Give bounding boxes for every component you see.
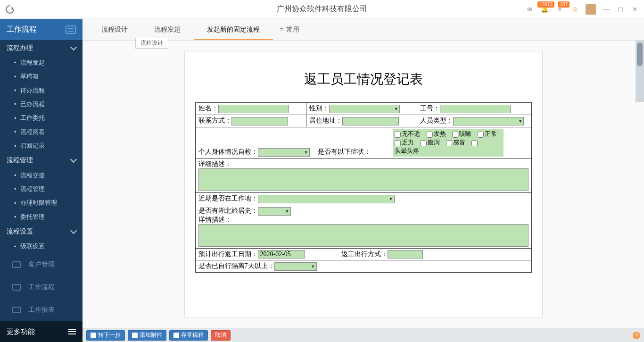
help-icon[interactable]: ? <box>633 332 640 339</box>
tab-new-fixed[interactable]: 发起新的固定流程 <box>194 19 273 40</box>
sidebar-more[interactable]: 更多功能 <box>0 321 83 342</box>
sidebar-item-cascade[interactable]: 级联设置 <box>0 240 83 253</box>
form-paper: 返工员工情况登记表 姓名： 性別： 工号： 联系方式： 居住地址： 人员类型： <box>184 51 543 317</box>
sidebar-item-done[interactable]: 已办流程 <box>0 97 83 111</box>
sidebar-big-customer[interactable]: 客户管理 <box>0 253 83 276</box>
form-table: 姓名： 性別： 工号： 联系方式： 居住地址： 人员类型： 个人身 <box>195 102 532 273</box>
flow-icon <box>12 284 21 291</box>
sidebar-item-start[interactable]: 流程发起 <box>0 56 83 69</box>
sidebar-group-settings[interactable]: 流程设置 <box>0 224 83 239</box>
avatar[interactable] <box>586 4 596 15</box>
app-title: 广州协众软件科技有限公司 <box>277 4 367 14</box>
attach-button[interactable]: 添加附件 <box>128 330 166 341</box>
chk-cough[interactable]: 咳嗽 <box>452 130 471 137</box>
tab-design[interactable]: 流程设计 <box>88 19 141 40</box>
mail-icon[interactable]: ✉ <box>525 5 534 14</box>
list-badge: 187 <box>558 1 570 8</box>
draft-button[interactable]: 存草稿箱 <box>169 330 208 341</box>
address-field[interactable] <box>342 117 399 125</box>
sidebar-item-recall[interactable]: 召回记录 <box>0 139 83 152</box>
bell-icon[interactable]: 🔔12073 <box>540 5 549 14</box>
chk-dizzy-box[interactable] <box>471 140 478 146</box>
sidebar-header[interactable]: 工作流程 <box>0 19 83 40</box>
chevron-down-icon <box>70 44 77 50</box>
attach-icon <box>132 333 138 338</box>
form-scroll: 返工员工情况登记表 姓名： 性別： 工号： 联系方式： 居住地址： 人员类型： <box>83 41 644 328</box>
sidebar-item-draft[interactable]: 草稿箱 <box>0 70 83 83</box>
sidebar-item-limit[interactable]: 办理时限管理 <box>0 196 83 210</box>
sidebar-big-report[interactable]: 工作报表 <box>0 299 83 321</box>
sidebar: 工作流程 流程办理 流程发起 草稿箱 待办流程 已办流程 工作委托 流程阅看 召… <box>0 19 83 342</box>
return-way-field[interactable] <box>388 250 423 259</box>
close-icon[interactable]: ✕ <box>631 6 638 13</box>
chk-fever[interactable]: 发热 <box>427 130 446 137</box>
title-bar: 广州协众软件科技有限公司 ✉ 🔔12073 ≡187 ◎ — ▢ ✕ <box>0 0 644 19</box>
sidebar-group-process[interactable]: 流程办理 <box>0 40 83 56</box>
quarantine-select[interactable] <box>274 262 317 271</box>
name-field[interactable] <box>218 105 289 113</box>
maximize-icon[interactable]: ▢ <box>617 6 624 13</box>
recent-loc-select[interactable] <box>258 195 395 203</box>
ptype-select[interactable] <box>453 117 524 125</box>
cancel-button[interactable]: 取消 <box>211 330 231 341</box>
user-icon <box>12 261 21 268</box>
bell-badge: 12073 <box>537 1 554 8</box>
draft-icon <box>173 333 179 338</box>
chk-fatigue[interactable]: 乏力 <box>395 139 414 146</box>
form-title: 返工员工情况登记表 <box>195 70 532 88</box>
next-icon <box>91 333 96 338</box>
list-icon[interactable]: ≡187 <box>555 5 564 14</box>
chk-normal[interactable]: 正常 <box>478 130 497 137</box>
content-area: 流程设计 流程发起 发起新的固定流程 ≡常用 流程设计 返工员工情况登记表 姓名… <box>83 19 644 342</box>
chevron-down-icon <box>70 227 77 234</box>
hamburger-icon <box>68 329 76 334</box>
sidebar-group-manage[interactable]: 流程管理 <box>0 153 83 168</box>
sidebar-item-trust[interactable]: 委托管理 <box>0 210 83 224</box>
tooltip: 流程设计 <box>135 38 168 49</box>
menu-icon: ≡ <box>280 26 283 33</box>
empno-field[interactable] <box>440 105 511 113</box>
sidebar-item-view[interactable]: 流程阅看 <box>0 125 83 139</box>
symptom-checks: 无不适 发热 咳嗽 正常 乏力 腹泻 感冒 头晕头疼 <box>393 129 504 157</box>
report-icon <box>12 307 21 313</box>
contact-field[interactable] <box>231 117 288 125</box>
scrollbar[interactable] <box>636 41 644 102</box>
sidebar-item-handover[interactable]: 流程交接 <box>0 168 83 182</box>
detail-textarea[interactable] <box>198 168 528 191</box>
chevron-down-icon <box>70 156 77 163</box>
footer-bar: 转下一步 添加附件 存草稿箱 取消 ? <box>83 328 644 342</box>
chk-none[interactable]: 无不适 <box>395 130 420 137</box>
sidebar-item-todo[interactable]: 待办流程 <box>0 83 83 97</box>
chk-cold[interactable]: 感冒 <box>446 139 465 146</box>
bulb-icon[interactable]: ◎ <box>570 5 579 14</box>
sidebar-item-mgmt[interactable]: 流程管理 <box>0 182 83 196</box>
reload-icon[interactable] <box>4 3 16 15</box>
selfcheck-select[interactable] <box>258 148 310 157</box>
return-date-field[interactable]: 2020-02-05 <box>258 250 305 259</box>
tab-common[interactable]: ≡常用 <box>273 19 306 40</box>
chk-diarrhea[interactable]: 腹泻 <box>421 139 440 146</box>
hubei-select[interactable] <box>258 207 291 216</box>
gender-select[interactable] <box>329 105 400 113</box>
tab-start[interactable]: 流程发起 <box>141 19 194 40</box>
minimize-icon[interactable]: — <box>603 6 610 13</box>
sidebar-header-label: 工作流程 <box>7 25 37 34</box>
next-button[interactable]: 转下一步 <box>86 330 125 341</box>
sidebar-big-workflow[interactable]: 工作流程 <box>0 276 83 299</box>
collapse-icon[interactable] <box>66 25 76 34</box>
sidebar-item-delegate[interactable]: 工作委托 <box>0 111 83 125</box>
detail2-textarea[interactable] <box>198 224 528 247</box>
